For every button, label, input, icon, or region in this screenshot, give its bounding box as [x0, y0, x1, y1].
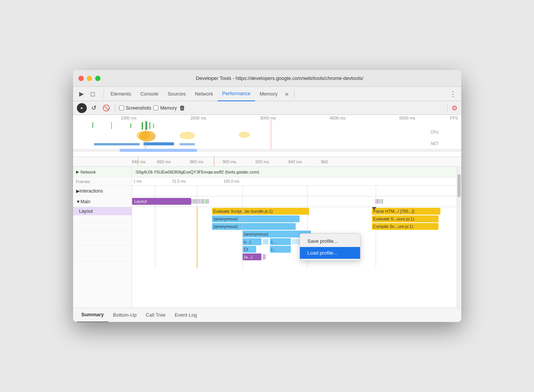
- bottom-tab-event-log[interactable]: Event Log: [170, 308, 202, 322]
- screenshots-label: Screenshots: [126, 105, 151, 111]
- cursor-marker: [372, 207, 376, 210]
- tick9: [203, 199, 204, 204]
- tab-memory[interactable]: Memory: [255, 87, 282, 101]
- tabbar-icons: ▶ ◻: [76, 89, 98, 99]
- flame-chart: Evaluate Script...lar-bundle.js:1) Parse…: [132, 207, 457, 268]
- frames-val2: 31.0 ms: [172, 179, 186, 183]
- vline-d3: [242, 186, 243, 196]
- cursor-icon[interactable]: ▶: [76, 89, 87, 99]
- scrollbar-thumb[interactable]: [120, 149, 197, 152]
- vline-f5: [376, 207, 376, 268]
- maximize-button[interactable]: [95, 76, 100, 81]
- flame-block-label-6: Ct: [244, 247, 248, 252]
- track-label-main[interactable]: ▼ Main: [73, 196, 132, 207]
- track-label-frames[interactable]: Frames: [73, 177, 132, 186]
- flame-block-anon1[interactable]: (anonymous): [212, 215, 300, 222]
- network-arrow-icon: ▶: [76, 170, 79, 174]
- track-label-empty2: [73, 223, 132, 231]
- overview-chart[interactable]: CPU NET: [73, 120, 461, 149]
- tick-g1-4: [266, 239, 267, 244]
- track-label-layout[interactable]: Layout: [73, 207, 132, 215]
- interactions-track-row: [132, 186, 457, 196]
- frames-val3: 100.0 ms: [224, 179, 239, 183]
- screenshots-group: Screenshots: [119, 105, 151, 111]
- tick4: [196, 199, 196, 204]
- flame-block-label-3: (anonymous): [244, 232, 268, 236]
- vline-m4: [307, 196, 308, 207]
- context-menu-save-profile[interactable]: Save profile...: [300, 235, 360, 247]
- clear-button[interactable]: 🚫: [101, 103, 111, 113]
- flame-block-compile-sc[interactable]: Compile Sc...ure.js:1): [372, 223, 438, 230]
- reload-button[interactable]: ↺: [89, 103, 99, 113]
- track-label-empty3: [73, 231, 132, 238]
- titlebar: Developer Tools - https://developers.goo…: [73, 70, 461, 87]
- tab-more-button[interactable]: »: [282, 91, 292, 97]
- trash-icon[interactable]: 🗑: [179, 105, 185, 112]
- flame-block-eval-s[interactable]: Evaluate S...sure.js:1): [372, 215, 438, 222]
- ruler-t6: 960: [321, 159, 328, 164]
- tick1: [191, 199, 192, 204]
- ruler-mark-4: 4000 ms: [303, 116, 373, 120]
- fps-label: FPS: [442, 116, 461, 120]
- flame-block-anon2[interactable]: (anonymous): [212, 223, 296, 230]
- frames-track-row: 1 ms 31.0 ms 100.0 ms: [132, 177, 457, 186]
- flame-block-o[interactable]: o...): [242, 238, 261, 245]
- ruler-mark-5: 5000 ms: [373, 116, 442, 120]
- svg-text:CPU: CPU: [430, 130, 438, 134]
- chart-svg: CPU NET: [73, 120, 461, 149]
- memory-checkbox[interactable]: [153, 105, 158, 110]
- flame-block-label-5: (...: [271, 239, 276, 244]
- svg-text:NET: NET: [431, 142, 438, 146]
- vline-f1: [155, 207, 155, 268]
- tick-g2-5: [296, 239, 297, 244]
- bottom-tab-bottom-up[interactable]: Bottom-Up: [108, 308, 141, 322]
- minimize-button[interactable]: [87, 76, 92, 81]
- flame-block-open-paren1[interactable]: (...: [270, 238, 291, 245]
- bottom-tab-call-tree[interactable]: Call Tree: [141, 308, 170, 322]
- tick11: [206, 199, 207, 204]
- layout-bar[interactable]: Layout: [132, 198, 191, 205]
- tab-performance[interactable]: Performance: [218, 87, 255, 101]
- screenshots-checkbox[interactable]: [119, 105, 124, 110]
- record-button[interactable]: ●: [77, 103, 87, 113]
- vline-d1: [155, 186, 155, 196]
- track-label-network[interactable]: ▶ Network: [73, 167, 132, 177]
- tick-r2: [377, 199, 378, 204]
- overview-panel: 1000 ms 2000 ms 3000 ms 4000 ms 5000 ms …: [73, 115, 461, 157]
- tick-g1-1: [263, 239, 264, 244]
- close-button[interactable]: [78, 76, 84, 81]
- tick5: [197, 199, 198, 204]
- svg-rect-12: [143, 142, 174, 145]
- kebab-menu-icon[interactable]: ⋮: [448, 89, 458, 99]
- track-label-empty5: [73, 246, 132, 253]
- tab-network[interactable]: Network: [190, 87, 218, 101]
- context-menu-load-profile[interactable]: Load profile...: [300, 247, 360, 259]
- settings-icon[interactable]: ⚙: [451, 104, 457, 112]
- svg-point-8: [139, 131, 156, 142]
- tab-elements[interactable]: Elements: [106, 87, 136, 101]
- flame-block-a[interactable]: (a...): [242, 253, 261, 260]
- vline-d2: [197, 186, 197, 196]
- flame-block-open-paren2[interactable]: (...: [270, 246, 291, 253]
- flame-block-eval-script[interactable]: Evaluate Script...lar-bundle.js:1): [212, 208, 309, 215]
- track-label-interactions[interactable]: ▶ Interactions: [73, 186, 132, 196]
- ruler-t4: 920 ms: [255, 159, 269, 164]
- tab-console[interactable]: Console: [136, 87, 163, 101]
- main-scrollbar[interactable]: [457, 167, 461, 308]
- flame-block-label-9: Parse HTM.../ [705...]): [373, 209, 414, 214]
- overview-scrollbar[interactable]: [73, 149, 461, 152]
- tick2: [193, 199, 193, 204]
- flame-block-ct[interactable]: Ct: [242, 246, 256, 253]
- layout-ticks-right: [376, 198, 414, 205]
- tick-r4: [380, 199, 381, 204]
- flame-marker-orange: [197, 207, 198, 268]
- tab-sources[interactable]: Sources: [163, 87, 190, 101]
- device-icon[interactable]: ◻: [88, 89, 98, 99]
- flame-block-parse-html[interactable]: Parse HTM.../ [705...]): [372, 208, 440, 215]
- track-label-empty6: [73, 253, 132, 261]
- main-arrow-icon: ▼: [76, 199, 81, 204]
- layout-label-text: Layout: [79, 209, 93, 214]
- scrollbar-thumb-main[interactable]: [457, 174, 461, 197]
- bottom-tab-summary[interactable]: Summary: [77, 308, 108, 322]
- tick-g2-4: [295, 239, 296, 244]
